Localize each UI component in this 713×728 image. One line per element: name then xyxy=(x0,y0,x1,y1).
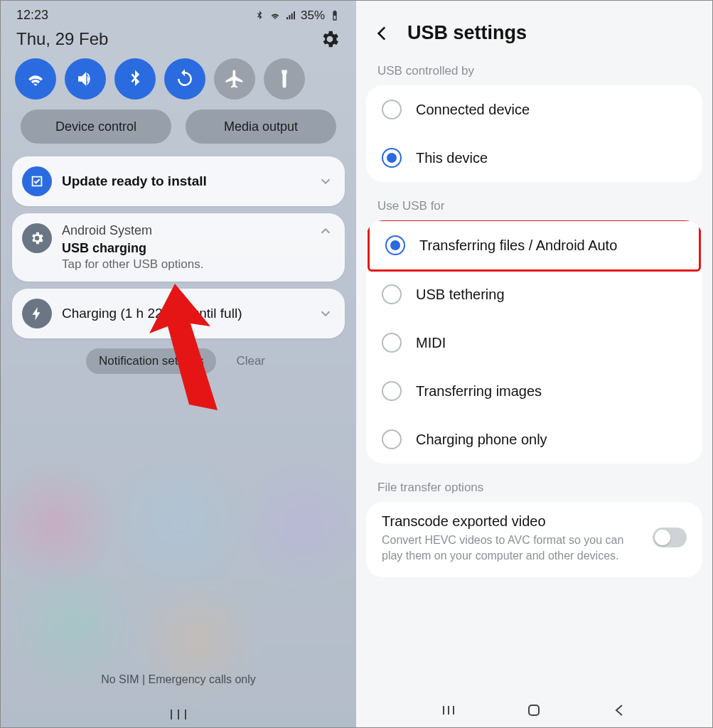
shade-date: Thu, 29 Feb xyxy=(16,29,108,49)
option-title: Transcode exported video xyxy=(382,513,643,530)
notification-title: Update ready to install xyxy=(62,173,308,189)
option-label: USB tethering xyxy=(416,287,505,303)
qs-airplane[interactable] xyxy=(214,58,255,100)
usb-settings-screen: USB settings USB controlled by Connected… xyxy=(356,1,712,727)
sim-status: No SIM | Emergency calls only xyxy=(1,673,356,686)
notification-update[interactable]: Update ready to install xyxy=(12,156,345,206)
radio-icon xyxy=(385,235,405,255)
settings-gear-icon[interactable] xyxy=(319,28,341,50)
option-transcode[interactable]: Transcode exported video Convert HEVC vi… xyxy=(366,502,702,577)
quick-settings-row xyxy=(1,58,356,109)
notification-app: Android System xyxy=(62,223,308,238)
switch-toggle[interactable] xyxy=(653,528,687,547)
option-subtitle: Convert HEVC videos to AVC format so you… xyxy=(382,532,643,563)
media-output-button[interactable]: Media output xyxy=(186,109,336,144)
option-transfer-files[interactable]: Transferring files / Android Auto xyxy=(370,221,699,269)
lightning-icon xyxy=(22,299,52,328)
nav-back-icon[interactable] xyxy=(610,700,630,720)
notification-title: Charging (1 h 22 min until full) xyxy=(62,306,308,321)
notification-charging[interactable]: Charging (1 h 22 min until full) xyxy=(12,289,345,338)
option-label: This device xyxy=(416,150,488,166)
option-connected-device[interactable]: Connected device xyxy=(366,85,702,134)
nav-recent-icon[interactable] xyxy=(168,707,188,722)
radio-icon xyxy=(382,381,402,401)
file-transfer-group: Transcode exported video Convert HEVC vi… xyxy=(366,502,702,577)
chevron-down-icon[interactable] xyxy=(318,306,333,321)
chevron-up-icon[interactable] xyxy=(318,223,333,239)
radio-icon xyxy=(382,284,402,304)
radio-icon xyxy=(382,100,402,119)
gear-icon xyxy=(22,223,52,253)
nav-bar xyxy=(356,700,712,720)
check-icon xyxy=(22,166,52,196)
option-label: MIDI xyxy=(416,335,446,351)
option-this-device[interactable]: This device xyxy=(366,134,702,182)
notification-usb[interactable]: Android System USB charging Tap for othe… xyxy=(12,213,345,282)
status-right: 35% xyxy=(254,9,341,23)
clear-button[interactable]: Clear xyxy=(230,348,271,374)
status-time: 12:23 xyxy=(16,8,48,23)
qs-bluetooth[interactable] xyxy=(114,58,156,100)
airplane-icon xyxy=(224,68,245,90)
back-icon[interactable] xyxy=(373,24,392,43)
qs-rotate[interactable] xyxy=(164,58,205,100)
notification-settings-button[interactable]: Notification settings xyxy=(86,348,216,374)
bluetooth-icon xyxy=(124,68,146,90)
battery-label: 35% xyxy=(301,9,325,23)
qs-flashlight[interactable] xyxy=(264,58,305,100)
qs-sound[interactable] xyxy=(65,58,106,100)
notification-subtitle: Tap for other USB options. xyxy=(62,257,308,272)
device-control-button[interactable]: Device control xyxy=(21,109,171,144)
wifi-icon xyxy=(25,68,46,90)
status-bar: 12:23 35% xyxy=(1,1,356,23)
option-label: Charging phone only xyxy=(416,432,547,448)
rotate-icon xyxy=(174,68,195,90)
option-label: Transferring files / Android Auto xyxy=(419,237,617,254)
nav-bar xyxy=(1,707,356,722)
nav-home-icon[interactable] xyxy=(524,700,544,720)
option-label: Connected device xyxy=(416,102,530,118)
option-label: Transferring images xyxy=(416,383,542,400)
section-label: File transfer options xyxy=(356,478,712,502)
battery-icon xyxy=(329,10,341,21)
option-transfer-images[interactable]: Transferring images xyxy=(366,367,702,415)
sound-icon xyxy=(75,68,96,90)
option-usb-tethering[interactable]: USB tethering xyxy=(366,270,702,318)
radio-icon xyxy=(382,148,402,168)
option-charge-only[interactable]: Charging phone only xyxy=(366,415,702,464)
chevron-down-icon[interactable] xyxy=(318,173,333,189)
usb-controlled-group: Connected device This device xyxy=(366,85,702,182)
section-label: Use USB for xyxy=(356,196,712,220)
flashlight-icon xyxy=(274,68,295,90)
signal-icon xyxy=(285,10,296,21)
radio-icon xyxy=(382,333,402,353)
use-usb-for-group: Transferring files / Android Auto USB te… xyxy=(366,220,702,464)
section-label: USB controlled by xyxy=(356,61,712,85)
svg-rect-7 xyxy=(529,705,539,715)
nav-recent-icon[interactable] xyxy=(439,700,459,720)
notification-shade: 12:23 35% Thu, 29 Feb Device control Med… xyxy=(1,1,356,727)
notification-title: USB charging xyxy=(62,241,308,256)
radio-icon xyxy=(382,429,402,449)
page-title: USB settings xyxy=(407,22,527,44)
bluetooth-icon xyxy=(254,10,265,21)
wifi-icon xyxy=(269,10,281,21)
option-midi[interactable]: MIDI xyxy=(366,318,702,367)
qs-wifi[interactable] xyxy=(15,58,56,100)
